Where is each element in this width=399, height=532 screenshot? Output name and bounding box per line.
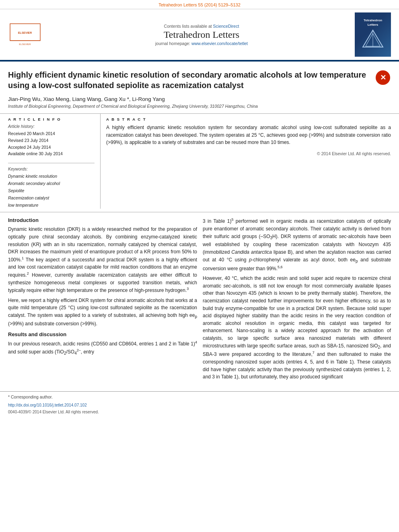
journal-homepage-line: journal homepage: www.elsevier.com/locat… [56,41,347,46]
introduction-paragraph-2: Here, we report a highly efficient DKR s… [8,297,197,328]
author-names: Jian-Ping Wu, Xiao Meng, Liang Wang, Gan… [8,96,165,102]
journal-thumbnail-area: TetrahedronLetters [347,12,391,57]
introduction-heading: Introduction [8,217,197,223]
tetrahedron-icon [362,29,384,51]
corresponding-author-note: * Corresponding author. [8,394,391,401]
right-paragraph-1: 3 in Table 1)5 performed well in organic… [203,217,391,272]
journal-title-main: Tetrahedron Letters [56,29,347,40]
affiliation-line: Institute of Biological Engineering, Dep… [0,103,399,112]
svg-text:ELSEVIER: ELSEVIER [18,31,32,34]
article-title-section: Highly efficient dynamic kinetic resolut… [0,66,399,94]
journal-header: ELSEVIER ELSEVIER Contents lists availab… [0,9,399,61]
article-info-label: A R T I C L E I N F O [8,117,95,121]
authors-line: Jian-Ping Wu, Xiao Meng, Liang Wang, Gan… [0,94,399,103]
revised-date: Revised 23 July 2014 [8,137,95,144]
sciencedirect-link[interactable]: ScienceDirect [213,24,239,29]
abstract-column: A B S T R A C T A highly efficient dynam… [106,114,391,209]
crossmark-badge: ✕ [375,70,391,86]
footnote-area: * Corresponding author. [0,391,399,401]
journal-footer-info: 0040-4039/© 2014 Elsevier Ltd. All right… [0,409,399,417]
keyword-1: Dynamic kinetic resolution [8,173,95,180]
right-paragraph-2: However, 40 °C, which the acidic resin a… [203,275,391,381]
contents-available-line: Contents lists available at ScienceDirec… [56,24,347,29]
article-title: Highly efficient dynamic kinetic resolut… [8,70,375,90]
abstract-text: A highly efficient dynamic kinetic resol… [106,124,391,146]
article-info-abstract-section: A R T I C L E I N F O Article history: R… [0,113,399,209]
keyword-3: Sepiolite [8,187,95,195]
elsevier-tree-icon: ELSEVIER ELSEVIER [8,22,42,48]
body-content-section: Introduction Dynamic kinetic resolution … [0,212,399,383]
svg-text:ELSEVIER: ELSEVIER [19,43,31,45]
introduction-paragraph-1: Dynamic kinetic resolution (DKR) is a wi… [8,226,197,294]
keyword-4: Racemization catalyst [8,195,95,202]
available-online-date: Available online 30 July 2014 [8,150,95,157]
journal-homepage-link[interactable]: www.elsevier.com/locate/tetlet [191,41,248,46]
doi-link: http://dx.doi.org/10.1016/j.tetlet.2014.… [8,403,391,407]
elsevier-logo-area: ELSEVIER ELSEVIER [8,22,56,48]
keyword-5: low temperature [8,202,95,209]
results-paragraph-1: In our previous research, acidic resins … [8,340,197,356]
journal-citation-bar: Tetrahedron Letters 55 (2014) 5129–5132 [0,0,399,9]
keyword-2: Aromatic secondary alcohol [8,180,95,187]
article-info-column: A R T I C L E I N F O Article history: R… [8,114,101,209]
results-heading: Results and discussion [8,331,197,337]
header-divider [0,61,399,62]
body-right-column: 3 in Table 1)5 performed well in organic… [203,217,391,383]
received-date: Received 20 March 2014 [8,130,95,137]
journal-cover-thumb: TetrahedronLetters [355,12,391,57]
doi-section: http://dx.doi.org/10.1016/j.tetlet.2014.… [0,401,399,409]
copyright-line: © 2014 Elsevier Ltd. All rights reserved… [106,151,391,156]
journal-header-center: Contents lists available at ScienceDirec… [56,24,347,46]
keywords-section: Keywords: Dynamic kinetic resolution Aro… [8,163,95,209]
keywords-label: Keywords: [8,166,95,171]
accepted-date: Accepted 24 July 2014 [8,144,95,151]
abstract-label: A B S T R A C T [106,117,391,121]
journal-citation-text: Tetrahedron Letters 55 (2014) 5129–5132 [158,2,241,7]
body-left-column: Introduction Dynamic kinetic resolution … [8,217,197,383]
history-label: Article history: [8,124,95,129]
